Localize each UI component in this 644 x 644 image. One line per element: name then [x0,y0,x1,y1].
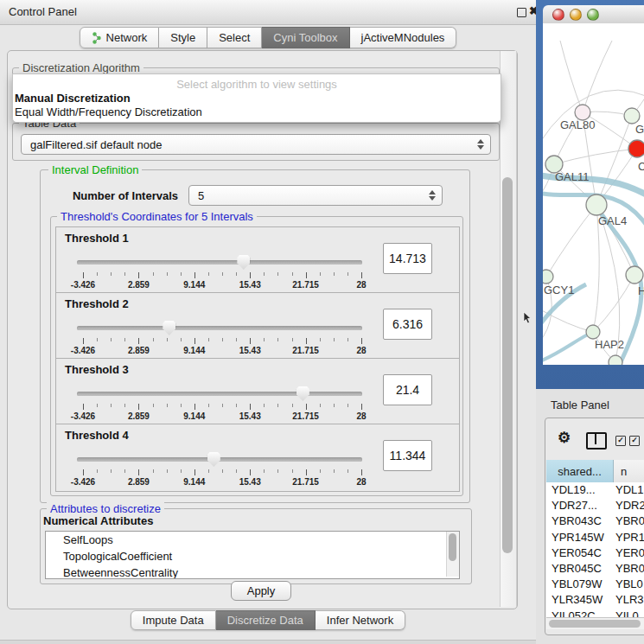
slider-thumb[interactable] [163,321,175,335]
network-node-label: GA [635,123,644,136]
table-row[interactable]: YBL079WYBL0 [546,577,644,592]
table-row[interactable]: YDR27...YDR2 [546,498,644,513]
slider-tick [111,469,112,473]
column-header-name[interactable]: n [614,460,644,482]
table-row[interactable]: YLR345WYLR3 [546,592,644,608]
table-panel-title: Table Panel [551,399,609,411]
network-node[interactable] [543,270,553,284]
network-node[interactable] [624,108,640,124]
slider-tick [292,404,293,407]
slider-tick-label: 15.43 [224,411,276,421]
attribute-list-item[interactable]: TopologicalCoefficient [46,548,459,564]
slider-tick-label: 2.859 [112,280,164,290]
tab-discretize-data[interactable]: Discretize Data [216,610,316,630]
network-view-canvas[interactable]: GAL80GACGAL11GAL4GCY1HHAP2 [543,23,644,365]
table-row[interactable]: YDL19...YDL1 [546,482,644,498]
tab-network[interactable]: Network [80,27,160,48]
number-of-intervals-combobox[interactable]: 5 [188,185,443,206]
attribute-list-item[interactable]: BetweennessCentrality [46,564,459,579]
network-node[interactable] [586,194,607,215]
slider-tick [361,272,362,278]
table-hscrollbar[interactable] [546,617,644,629]
slider-tick [348,469,348,473]
settings-gear-icon[interactable]: ⚙ [558,429,571,447]
cell-shared-name: YDL19... [552,482,596,498]
tab-cyni-toolbox[interactable]: Cyni Toolbox [262,27,349,48]
slider-tick [250,469,251,475]
slider-thumb[interactable] [237,255,250,270]
slider-tick [111,272,112,276]
tab-style[interactable]: Style [159,27,207,48]
numerical-attributes-list[interactable]: SelfLoopsTopologicalCoefficientBetweenne… [45,531,460,579]
threshold-value-field[interactable]: 21.4 [383,374,432,405]
table-row[interactable]: YBR043CYBR0 [546,513,644,529]
threshold-value-field[interactable]: 14.713 [383,243,432,274]
threshold-value-field[interactable]: 6.316 [383,309,432,340]
attribute-list-item[interactable]: SelfLoops [46,532,459,548]
tab-infer-network[interactable]: Infer Network [316,610,405,630]
slider-tick [111,404,112,407]
slider-tick [167,469,168,473]
slider-tick [320,469,321,473]
table-body[interactable]: YDL19...YDL1YDR27...YDR2YBR043CYBR0YPR14… [546,482,644,617]
tab-select[interactable]: Select [207,27,262,48]
slider-tick [306,469,307,475]
threshold-row: Threshold 1-3.4262.8599.14415.4321.71528… [55,226,460,295]
combo-spinner-icon[interactable] [428,189,436,201]
list-scrollbar-thumb[interactable] [449,533,456,561]
algorithm-option[interactable]: Equal Width/Frequency Discretization [15,105,202,118]
slider-tick [320,272,321,276]
network-edge [554,149,637,164]
slider-track[interactable] [77,392,362,396]
tab-jactivemnodules[interactable]: jActiveMNodules [350,27,457,48]
slider-track[interactable] [77,260,362,265]
apply-button[interactable]: Apply [231,581,291,601]
network-window-titlebar[interactable] [543,5,644,24]
cell-name: YDL1 [615,482,644,498]
column-header-shared-name[interactable]: shared... [546,460,614,482]
threshold-slider[interactable]: -3.4262.8599.14415.4321.71528 [77,255,362,291]
slider-tick [292,469,293,473]
table-row[interactable]: YER054CYER0 [546,545,644,561]
threshold-value-field[interactable]: 11.344 [383,440,432,471]
split-columns-icon[interactable] [586,432,607,450]
tab-label: Impute Data [143,614,204,627]
checkbox-icon[interactable]: ✓ [629,436,640,446]
network-node[interactable] [626,266,643,284]
table-data-value: galFiltered.sif default node [30,138,162,151]
table-data-combobox[interactable]: galFiltered.sif default node [21,134,491,155]
checkbox-icon[interactable]: ✓ [615,436,626,446]
network-node[interactable] [609,355,622,365]
slider-tick [194,272,195,278]
slider-thumb[interactable] [207,452,220,467]
table-row[interactable]: YPR145WYPR1 [546,530,644,545]
slider-tick-label: 9.144 [169,477,220,487]
algorithm-option[interactable]: Manual Discretization [15,92,131,105]
minimize-light-icon[interactable] [570,9,582,21]
slider-track[interactable] [77,326,362,330]
table-hscrollbar-thumb[interactable] [549,620,641,628]
bottom-tabstrip: Impute DataDiscretize DataInfer Network [0,610,536,630]
panel-scrollbar-thumb[interactable] [502,177,513,553]
close-light-icon[interactable] [552,9,564,21]
list-scrollbar[interactable] [446,532,459,577]
slider-tick [320,338,321,341]
slider-thumb[interactable] [296,386,309,401]
combo-spinner-icon[interactable] [476,138,484,150]
tab-impute-data[interactable]: Impute Data [131,610,216,630]
network-node[interactable] [628,140,644,157]
float-window-icon[interactable] [517,8,526,17]
threshold-slider[interactable]: -3.4262.8599.14415.4321.71528 [77,386,362,423]
slider-tick [208,272,209,276]
cell-name: YER0 [615,545,644,561]
network-node[interactable] [586,325,600,339]
panel-scrollbar[interactable] [500,51,517,607]
zoom-light-icon[interactable] [587,9,599,21]
slider-tick [194,469,195,475]
table-row[interactable]: YBR045CYBR0 [546,561,644,577]
slider-tick [277,404,278,407]
threshold-slider[interactable]: -3.4262.8599.14415.4321.71528 [77,321,362,357]
threshold-slider[interactable]: -3.4262.8599.14415.4321.71528 [77,452,362,488]
table-row[interactable]: YIL052CYIL0 [546,609,644,618]
slider-tick [83,272,84,278]
